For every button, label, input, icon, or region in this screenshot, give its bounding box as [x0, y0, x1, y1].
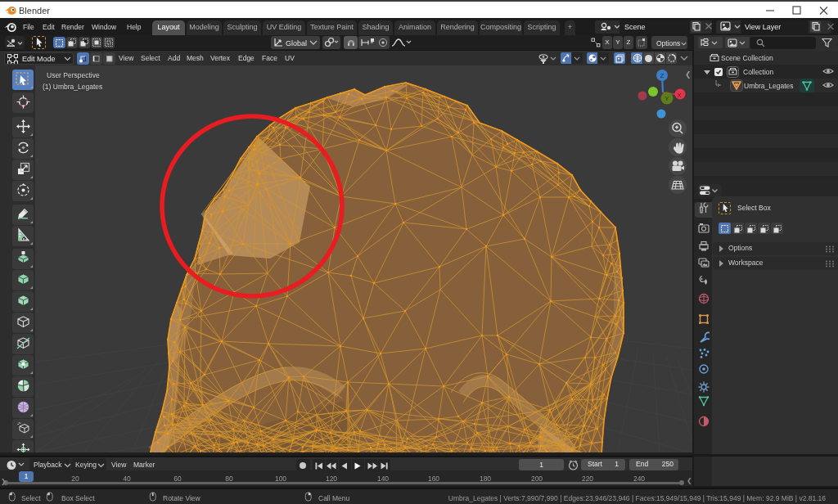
svg-text:Y: Y — [665, 95, 669, 102]
svg-text:Z: Z — [660, 72, 665, 79]
svg-text:X: X — [677, 92, 682, 99]
